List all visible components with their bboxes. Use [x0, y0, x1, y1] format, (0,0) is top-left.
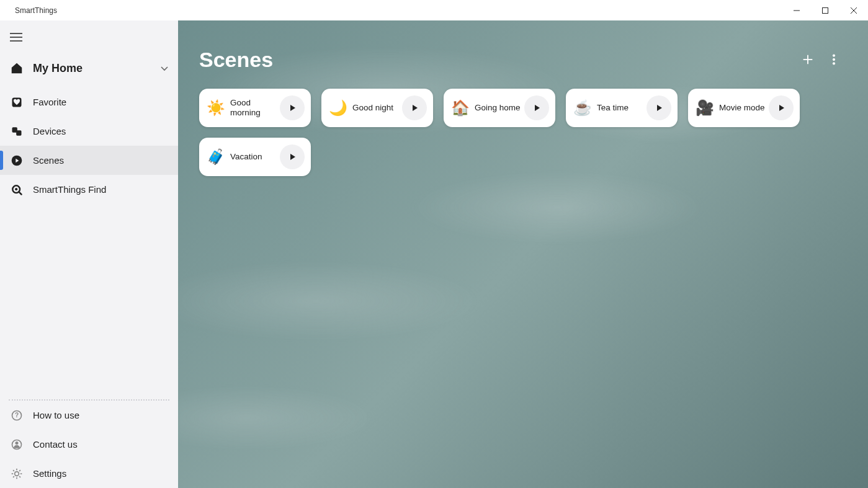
sidebar-item-smartthings-find[interactable]: SmartThings Find: [0, 175, 178, 204]
find-icon: [9, 184, 25, 196]
sidebar-item-devices[interactable]: Devices: [0, 117, 178, 146]
heart-icon: [9, 96, 25, 109]
scene-label: Going home: [475, 103, 524, 113]
sidebar: My Home Favorite Devices Scenes: [0, 20, 178, 488]
more-options-button[interactable]: [821, 47, 847, 73]
svg-point-29: [833, 55, 834, 56]
sidebar-item-favorite[interactable]: Favorite: [0, 87, 178, 117]
app-title: SmartThings: [15, 6, 57, 15]
scene-card-good-morning[interactable]: ☀️ Good morning: [199, 89, 311, 127]
sidebar-item-label: Settings: [33, 468, 66, 479]
sidebar-item-settings[interactable]: Settings: [0, 459, 178, 488]
svg-point-13: [15, 188, 17, 190]
svg-point-30: [833, 58, 834, 60]
help-icon: ?: [9, 409, 25, 422]
sidebar-item-label: Contact us: [33, 439, 78, 450]
svg-line-26: [19, 470, 20, 471]
scene-card-good-night[interactable]: 🌙 Good night: [321, 89, 433, 127]
svg-line-25: [13, 476, 14, 477]
scene-label: Movie mode: [719, 103, 769, 113]
add-scene-button[interactable]: [795, 47, 821, 73]
maximize-button[interactable]: [811, 0, 839, 20]
contact-icon: [9, 438, 25, 451]
minimize-button[interactable]: [782, 0, 811, 20]
scene-card-vacation[interactable]: 🧳 Vacation: [199, 138, 311, 176]
scene-label: Good morning: [230, 98, 280, 118]
scene-label: Good night: [352, 103, 402, 113]
home-label: My Home: [33, 62, 161, 75]
moon-icon: 🌙: [329, 99, 347, 117]
home-selector[interactable]: My Home: [0, 54, 178, 87]
home-icon: [9, 61, 25, 75]
sidebar-item-label: How to use: [33, 410, 79, 420]
title-bar: SmartThings: [0, 0, 868, 20]
run-scene-button[interactable]: [280, 144, 305, 169]
run-scene-button[interactable]: [280, 95, 305, 120]
sidebar-item-label: Scenes: [33, 155, 64, 166]
devices-icon: [9, 125, 25, 138]
gear-icon: [9, 468, 25, 480]
svg-text:?: ?: [15, 412, 19, 419]
luggage-icon: 🧳: [207, 148, 225, 166]
sidebar-item-label: Devices: [33, 126, 66, 136]
svg-rect-9: [16, 130, 21, 135]
svg-point-17: [16, 441, 19, 445]
movie-icon: 🎥: [696, 99, 714, 117]
sidebar-item-scenes[interactable]: Scenes: [0, 146, 178, 175]
sun-icon: ☀️: [207, 99, 225, 117]
svg-rect-1: [823, 7, 828, 13]
sidebar-item-label: SmartThings Find: [33, 184, 106, 195]
scene-card-going-home[interactable]: 🏠 Going home: [444, 89, 555, 127]
chevron-down-icon: [161, 63, 168, 74]
house-icon: 🏠: [451, 99, 470, 117]
main-content: Scenes ☀️ Good morning 🌙 Good night: [178, 20, 868, 488]
play-circle-icon: [9, 154, 25, 167]
run-scene-button[interactable]: [647, 95, 671, 120]
scene-label: Tea time: [597, 103, 647, 113]
sidebar-item-contact-us[interactable]: Contact us: [0, 430, 178, 459]
svg-point-18: [15, 471, 19, 476]
run-scene-button[interactable]: [402, 95, 427, 120]
page-title: Scenes: [199, 48, 795, 72]
hamburger-button[interactable]: [0, 20, 178, 54]
svg-point-31: [833, 63, 834, 64]
sidebar-item-how-to-use[interactable]: ? How to use: [0, 401, 178, 430]
close-button[interactable]: [839, 0, 868, 20]
scene-card-tea-time[interactable]: ☕ Tea time: [566, 89, 678, 127]
svg-line-12: [19, 192, 21, 194]
svg-line-24: [19, 476, 20, 477]
run-scene-button[interactable]: [769, 95, 794, 120]
tea-icon: ☕: [573, 99, 592, 117]
scene-label: Vacation: [230, 152, 280, 162]
svg-line-23: [13, 470, 14, 471]
sidebar-item-label: Favorite: [33, 97, 66, 107]
run-scene-button[interactable]: [524, 95, 549, 120]
scene-card-movie-mode[interactable]: 🎥 Movie mode: [688, 89, 800, 127]
